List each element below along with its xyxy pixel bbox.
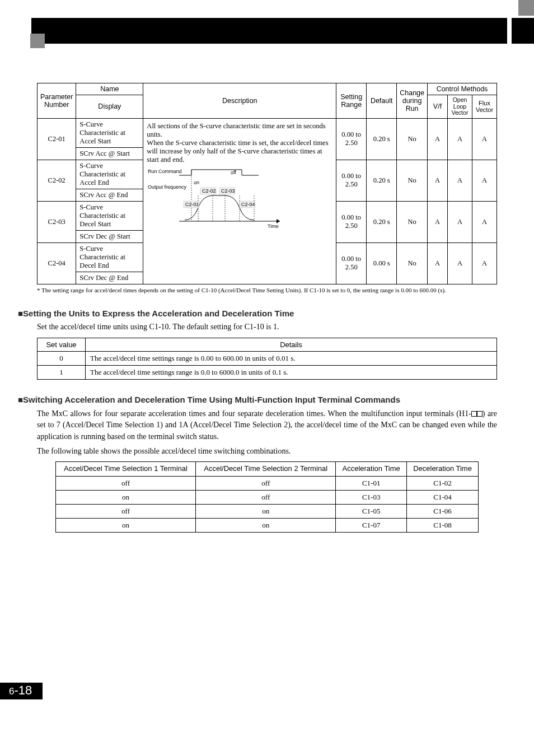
row3-chg: No xyxy=(397,242,428,284)
combo-r3-s2: on xyxy=(196,519,336,533)
switch-section-title: ■Switching Acceleration and Deceleration… xyxy=(18,394,497,405)
diag-out-label: Output frequency xyxy=(148,184,187,190)
hdr-param: Parameter Number xyxy=(38,83,76,119)
diag-on-label: on xyxy=(194,180,199,185)
desc-body: When the S-curve characteristic time is … xyxy=(147,139,332,164)
diag-off-label: off xyxy=(231,170,236,175)
diag-time-label: Time xyxy=(268,223,279,229)
row1-name: S-Curve Characteristic at Accel End xyxy=(76,160,143,189)
combo-table: Accel/Decel Time Selection 1 Terminal Ac… xyxy=(55,461,479,533)
row3-name: S-Curve Characteristic at Decel End xyxy=(76,242,143,272)
row2-num: C2-03 xyxy=(38,201,76,242)
combo-r3-a: C1-07 xyxy=(336,519,407,533)
diag-c204: C2-04 xyxy=(241,202,255,207)
corner-decoration-top xyxy=(518,0,534,16)
row1-vf: A xyxy=(428,160,448,201)
combo-hdr-sel1: Accel/Decel Time Selection 1 Terminal xyxy=(55,462,195,477)
row2-chg: No xyxy=(397,201,428,242)
row2-name: S-Curve Characteristic at Decel Start xyxy=(76,201,143,230)
row0-olv: A xyxy=(448,118,472,160)
units-hdr-details: Details xyxy=(86,338,497,351)
combo-r2-a: C1-05 xyxy=(336,505,407,519)
units-r0-v: 0 xyxy=(38,351,86,365)
description-cell: All sections of the S-curve characterist… xyxy=(143,118,336,284)
units-r1-v: 1 xyxy=(38,365,86,379)
row3-range: 0.00 to 2.50 xyxy=(336,242,367,284)
hdr-default: Default xyxy=(367,83,397,119)
combo-r3-d: C1-08 xyxy=(406,519,478,533)
scurve-diagram: Run Command off Output frequency on xyxy=(147,167,332,234)
diag-c203: C2-03 xyxy=(221,188,235,194)
hdr-flux: Flux Vector xyxy=(472,95,497,119)
combo-r2-d: C1-06 xyxy=(406,505,478,519)
combo-hdr-sel2: Accel/Decel Time Selection 2 Terminal xyxy=(196,462,336,477)
row1-flux: A xyxy=(472,160,497,201)
placeholder-box-icon xyxy=(477,411,483,417)
combo-hdr-dec: Deceleration Time xyxy=(406,462,478,477)
row0-vf: A xyxy=(428,118,448,160)
row0-flux: A xyxy=(472,118,497,160)
table-footnote: * The setting range for accel/decel time… xyxy=(37,287,497,295)
row1-range: 0.00 to 2.50 xyxy=(336,160,367,201)
row1-chg: No xyxy=(397,160,428,201)
row2-flux: A xyxy=(472,201,497,242)
page-sep: - xyxy=(14,683,18,697)
row0-disp: SCrv Acc @ Start xyxy=(76,147,143,160)
diag-run-label: Run Command xyxy=(148,169,182,174)
combo-r1-s2: off xyxy=(196,491,336,505)
row3-olv: A xyxy=(448,242,472,284)
row3-def: 0.00 s xyxy=(367,242,397,284)
row3-vf: A xyxy=(428,242,448,284)
combo-r3-s1: on xyxy=(55,519,195,533)
units-hdr-setvalue: Set value xyxy=(38,338,86,351)
row0-chg: No xyxy=(397,118,428,160)
combo-r0-s1: off xyxy=(55,477,195,491)
units-intro: Set the accel/decel time units using C1-… xyxy=(37,321,497,333)
switch-p1: The MxC allows for four separate acceler… xyxy=(37,408,497,442)
row2-vf: A xyxy=(428,201,448,242)
row1-def: 0.20 s xyxy=(367,160,397,201)
combo-hdr-acc: Acceleration Time xyxy=(336,462,407,477)
page-number: 6-18 xyxy=(0,678,534,699)
switch-p2: The following table shows the possible a… xyxy=(37,446,497,457)
row2-olv: A xyxy=(448,201,472,242)
hdr-desc: Description xyxy=(143,83,336,119)
row1-disp: SCrv Acc @ End xyxy=(76,189,143,201)
hdr-display: Display xyxy=(76,95,143,119)
combo-r2-s1: off xyxy=(55,505,195,519)
row1-num: C2-02 xyxy=(38,160,76,201)
diag-c201: C2-01 xyxy=(185,202,199,207)
row0-num: C2-01 xyxy=(38,118,76,160)
diag-c202: C2-02 xyxy=(202,188,216,194)
units-table: Set value Details 0 The accel/decel time… xyxy=(37,338,497,380)
units-section-title: ■Setting the Units to Express the Accele… xyxy=(18,309,497,318)
combo-r1-d: C1-04 xyxy=(406,491,478,505)
hdr-methods: Control Methods xyxy=(428,83,497,95)
page-num: 18 xyxy=(18,683,32,697)
row3-flux: A xyxy=(472,242,497,284)
combo-r0-a: C1-01 xyxy=(336,477,407,491)
combo-r0-s2: off xyxy=(196,477,336,491)
combo-r0-d: C1-02 xyxy=(406,477,478,491)
hdr-change: Change during Run xyxy=(397,83,428,119)
row1-olv: A xyxy=(448,160,472,201)
row3-disp: SCrv Dec @ End xyxy=(76,272,143,284)
combo-r1-a: C1-03 xyxy=(336,491,407,505)
combo-r1-s1: on xyxy=(55,491,195,505)
switch-p1a: The MxC allows for four separate acceler… xyxy=(37,409,471,418)
row0-range: 0.00 to 2.50 xyxy=(336,118,367,160)
row0-name: S-Curve Characteristic at Accel Start xyxy=(76,118,143,147)
row2-disp: SCrv Dec @ Start xyxy=(76,230,143,242)
row0-def: 0.20 s xyxy=(367,118,397,160)
parameter-table: Parameter Number Name Description Settin… xyxy=(37,83,497,284)
row2-range: 0.00 to 2.50 xyxy=(336,201,367,242)
hdr-olv: Open Loop Vector xyxy=(448,95,472,119)
row3-num: C2-04 xyxy=(38,242,76,284)
hdr-name: Name xyxy=(76,83,143,95)
header-band xyxy=(31,18,507,44)
hdr-vf: V/f xyxy=(428,95,448,119)
combo-r2-s2: on xyxy=(196,505,336,519)
row2-def: 0.20 s xyxy=(367,201,397,242)
units-r1-d: The accel/decel time settings range is 0… xyxy=(86,365,497,379)
desc-intro: All sections of the S-curve characterist… xyxy=(147,122,332,139)
